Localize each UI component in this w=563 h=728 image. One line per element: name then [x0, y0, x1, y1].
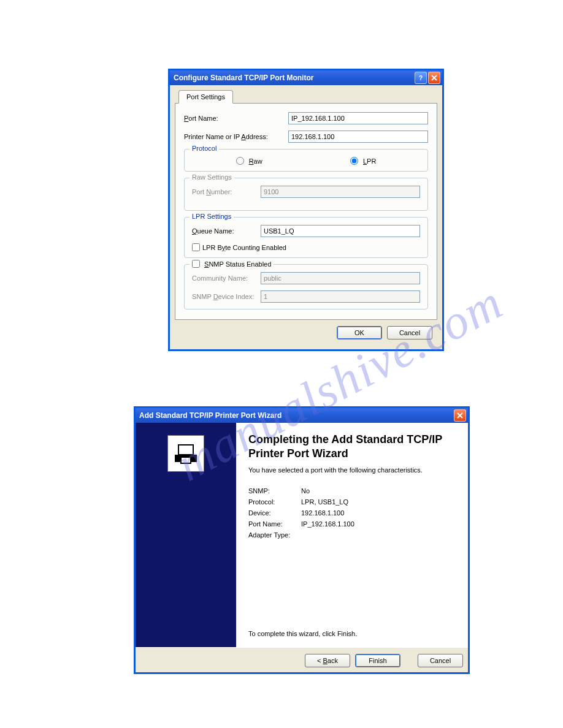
- wizard-outro: To complete this wizard, click Finish.: [248, 630, 456, 637]
- configure-port-dialog: Configure Standard TCP/IP Port Monitor ?…: [168, 69, 444, 351]
- svg-rect-2: [178, 445, 193, 455]
- printer-icon: [167, 435, 204, 472]
- device-val: 192.168.1.100: [301, 509, 344, 517]
- close-button[interactable]: [454, 409, 466, 422]
- tab-panel: Port Name: Printer Name or IP Address: P…: [175, 103, 437, 320]
- adapter-key: Adapter Type:: [248, 531, 301, 539]
- device-key: Device:: [248, 509, 301, 517]
- raw-radio-label[interactable]: Raw: [236, 157, 262, 165]
- window-title: Add Standard TCP/IP Printer Port Wizard: [139, 411, 453, 420]
- port-name-label: Port Name:: [184, 115, 288, 122]
- devindex-input: [261, 290, 420, 303]
- raw-port-input: [261, 186, 420, 198]
- svg-text:?: ?: [419, 75, 423, 81]
- community-input: [261, 272, 420, 284]
- lpr-radio[interactable]: [350, 157, 358, 165]
- snmp-legend[interactable]: SNMP Status Enabled: [190, 260, 274, 268]
- cancel-button[interactable]: Cancel: [418, 654, 463, 667]
- printer-address-label: Printer Name or IP Address:: [184, 133, 288, 140]
- snmp-group: SNMP Status Enabled Community Name: SNMP…: [184, 264, 428, 309]
- close-button[interactable]: [428, 72, 440, 84]
- devindex-label: SNMP Device Index:: [192, 293, 261, 300]
- add-port-wizard-dialog: Add Standard TCP/IP Printer Port Wizard …: [134, 406, 470, 674]
- wizard-intro: You have selected a port with the follow…: [248, 466, 456, 474]
- lpr-byte-checkbox[interactable]: [192, 243, 200, 251]
- protocol-group: Protocol Raw LPR: [184, 149, 428, 172]
- raw-settings-legend: Raw Settings: [190, 173, 234, 181]
- printer-address-input[interactable]: [288, 131, 428, 143]
- raw-radio[interactable]: [236, 157, 244, 165]
- titlebar[interactable]: Configure Standard TCP/IP Port Monitor ?: [170, 70, 442, 85]
- wizard-sidebar: [136, 423, 236, 647]
- svg-rect-3: [181, 457, 191, 463]
- ok-button[interactable]: OK: [337, 326, 382, 339]
- window-title: Configure Standard TCP/IP Port Monitor: [174, 74, 413, 82]
- cancel-button[interactable]: Cancel: [387, 326, 432, 339]
- wizard-body: Completing the Add Standard TCP/IP Print…: [136, 423, 468, 647]
- queue-name-label: Queue Name:: [192, 227, 261, 235]
- lpr-settings-group: LPR Settings Queue Name: LPR Byte Counti…: [184, 217, 428, 258]
- raw-settings-group: Raw Settings Port Number:: [184, 178, 428, 211]
- port-name-input[interactable]: [288, 112, 428, 124]
- lpr-radio-label[interactable]: LPR: [350, 157, 376, 165]
- lpr-byte-label: LPR Byte Counting Enabled: [202, 244, 286, 251]
- titlebar[interactable]: Add Standard TCP/IP Printer Port Wizard: [136, 408, 468, 423]
- finish-button[interactable]: Finish: [355, 654, 400, 667]
- back-button[interactable]: < Back: [305, 654, 350, 667]
- snmp-key: SNMP:: [248, 487, 301, 495]
- lpr-settings-legend: LPR Settings: [190, 213, 234, 220]
- wizard-heading: Completing the Add Standard TCP/IP Print…: [248, 433, 456, 460]
- community-label: Community Name:: [192, 275, 261, 282]
- snmp-checkbox[interactable]: [192, 260, 200, 268]
- protocol-key: Protocol:: [248, 498, 301, 506]
- queue-name-input[interactable]: [261, 225, 420, 237]
- protocol-val: LPR, USB1_LQ: [301, 498, 348, 506]
- snmp-val: No: [301, 487, 310, 495]
- portname-key: Port Name:: [248, 520, 301, 528]
- wizard-main: Completing the Add Standard TCP/IP Print…: [236, 423, 468, 647]
- help-button[interactable]: ?: [415, 72, 427, 84]
- portname-val: IP_192.168.1.100: [301, 520, 354, 528]
- protocol-legend: Protocol: [190, 145, 219, 152]
- raw-port-label: Port Number:: [192, 188, 261, 195]
- tab-port-settings[interactable]: Port Settings: [178, 90, 233, 104]
